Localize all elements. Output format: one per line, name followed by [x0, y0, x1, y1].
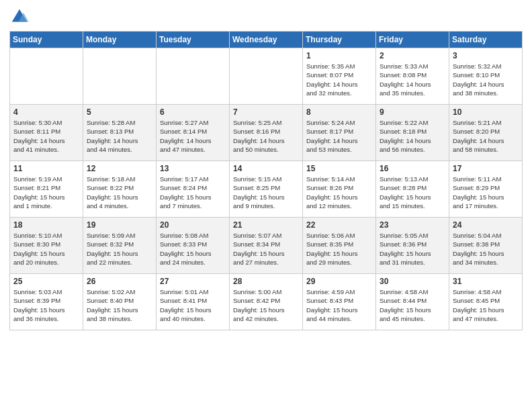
day-info: Sunrise: 5:06 AM Sunset: 8:35 PM Dayligh… — [306, 231, 372, 267]
calendar-cell: 30Sunrise: 4:58 AM Sunset: 8:44 PM Dayli… — [376, 274, 449, 330]
day-info: Sunrise: 5:15 AM Sunset: 8:25 PM Dayligh… — [233, 175, 299, 210]
calendar-cell: 8Sunrise: 5:24 AM Sunset: 8:17 PM Daylig… — [303, 105, 376, 161]
calendar-cell: 10Sunrise: 5:21 AM Sunset: 8:20 PM Dayli… — [449, 105, 523, 161]
day-number: 20 — [160, 220, 226, 230]
calendar-cell: 27Sunrise: 5:01 AM Sunset: 8:41 PM Dayli… — [157, 274, 230, 330]
calendar-cell: 13Sunrise: 5:17 AM Sunset: 8:24 PM Dayli… — [157, 161, 230, 218]
calendar-cell — [10, 48, 83, 105]
calendar-table: Sunday Monday Tuesday Wednesday Thursday… — [9, 31, 523, 330]
day-info: Sunrise: 5:10 AM Sunset: 8:30 PM Dayligh… — [13, 231, 79, 267]
calendar-cell: 26Sunrise: 5:02 AM Sunset: 8:40 PM Dayli… — [83, 274, 157, 330]
day-info: Sunrise: 5:27 AM Sunset: 8:14 PM Dayligh… — [160, 118, 226, 154]
day-info: Sunrise: 5:11 AM Sunset: 8:29 PM Dayligh… — [453, 175, 519, 210]
day-number: 16 — [380, 164, 445, 173]
calendar-cell: 28Sunrise: 5:00 AM Sunset: 8:42 PM Dayli… — [230, 274, 303, 330]
week-row-1: 4Sunrise: 5:30 AM Sunset: 8:11 PM Daylig… — [10, 105, 523, 161]
day-number: 5 — [87, 107, 152, 117]
day-number: 4 — [13, 107, 79, 117]
day-info: Sunrise: 5:02 AM Sunset: 8:40 PM Dayligh… — [87, 287, 152, 323]
calendar-cell: 15Sunrise: 5:14 AM Sunset: 8:26 PM Dayli… — [303, 161, 376, 218]
day-info: Sunrise: 4:59 AM Sunset: 8:43 PM Dayligh… — [306, 287, 372, 323]
day-number: 17 — [453, 164, 519, 173]
day-number: 21 — [233, 220, 299, 230]
day-number: 3 — [453, 51, 519, 60]
calendar-cell: 1Sunrise: 5:35 AM Sunset: 8:07 PM Daylig… — [303, 48, 376, 105]
th-saturday: Saturday — [449, 32, 523, 48]
day-info: Sunrise: 4:58 AM Sunset: 8:45 PM Dayligh… — [453, 287, 519, 323]
day-number: 19 — [87, 220, 152, 230]
calendar-cell: 20Sunrise: 5:08 AM Sunset: 8:33 PM Dayli… — [157, 218, 230, 274]
day-number: 18 — [13, 220, 79, 230]
week-row-4: 25Sunrise: 5:03 AM Sunset: 8:39 PM Dayli… — [10, 274, 523, 330]
day-info: Sunrise: 5:33 AM Sunset: 8:08 PM Dayligh… — [380, 62, 445, 97]
calendar-cell — [230, 48, 303, 105]
day-number: 2 — [380, 51, 445, 60]
week-row-0: 1Sunrise: 5:35 AM Sunset: 8:07 PM Daylig… — [10, 48, 523, 105]
th-wednesday: Wednesday — [230, 32, 303, 48]
day-info: Sunrise: 5:08 AM Sunset: 8:33 PM Dayligh… — [160, 231, 226, 267]
th-sunday: Sunday — [10, 32, 83, 48]
day-info: Sunrise: 4:58 AM Sunset: 8:44 PM Dayligh… — [380, 287, 445, 323]
day-number: 30 — [380, 277, 445, 286]
page: Sunday Monday Tuesday Wednesday Thursday… — [0, 0, 532, 411]
day-info: Sunrise: 5:13 AM Sunset: 8:28 PM Dayligh… — [380, 175, 445, 210]
day-number: 23 — [380, 220, 445, 230]
day-number: 22 — [306, 220, 372, 230]
day-info: Sunrise: 5:01 AM Sunset: 8:41 PM Dayligh… — [160, 287, 226, 323]
calendar-cell: 14Sunrise: 5:15 AM Sunset: 8:25 PM Dayli… — [230, 161, 303, 218]
calendar-cell — [83, 48, 157, 105]
day-info: Sunrise: 5:17 AM Sunset: 8:24 PM Dayligh… — [160, 175, 226, 210]
day-number: 12 — [87, 164, 152, 173]
day-number: 24 — [453, 220, 519, 230]
day-info: Sunrise: 5:05 AM Sunset: 8:36 PM Dayligh… — [380, 231, 445, 267]
day-number: 31 — [453, 277, 519, 286]
week-row-2: 11Sunrise: 5:19 AM Sunset: 8:21 PM Dayli… — [10, 161, 523, 218]
day-number: 7 — [233, 107, 299, 117]
header — [9, 7, 523, 27]
week-row-3: 18Sunrise: 5:10 AM Sunset: 8:30 PM Dayli… — [10, 218, 523, 274]
th-monday: Monday — [83, 32, 157, 48]
calendar-cell: 18Sunrise: 5:10 AM Sunset: 8:30 PM Dayli… — [10, 218, 83, 274]
calendar-cell: 19Sunrise: 5:09 AM Sunset: 8:32 PM Dayli… — [83, 218, 157, 274]
calendar-cell: 11Sunrise: 5:19 AM Sunset: 8:21 PM Dayli… — [10, 161, 83, 218]
day-number: 27 — [160, 277, 226, 286]
day-number: 26 — [87, 277, 152, 286]
calendar-cell: 5Sunrise: 5:28 AM Sunset: 8:13 PM Daylig… — [83, 105, 157, 161]
calendar-cell: 29Sunrise: 4:59 AM Sunset: 8:43 PM Dayli… — [303, 274, 376, 330]
calendar-cell: 22Sunrise: 5:06 AM Sunset: 8:35 PM Dayli… — [303, 218, 376, 274]
day-info: Sunrise: 5:07 AM Sunset: 8:34 PM Dayligh… — [233, 231, 299, 267]
header-row: Sunday Monday Tuesday Wednesday Thursday… — [10, 32, 523, 48]
day-number: 10 — [453, 107, 519, 117]
day-number: 13 — [160, 164, 226, 173]
calendar-cell: 2Sunrise: 5:33 AM Sunset: 8:08 PM Daylig… — [376, 48, 449, 105]
day-number: 14 — [233, 164, 299, 173]
calendar-cell: 24Sunrise: 5:04 AM Sunset: 8:38 PM Dayli… — [449, 218, 523, 274]
day-number: 9 — [380, 107, 445, 117]
day-info: Sunrise: 5:04 AM Sunset: 8:38 PM Dayligh… — [453, 231, 519, 267]
calendar-cell: 21Sunrise: 5:07 AM Sunset: 8:34 PM Dayli… — [230, 218, 303, 274]
day-number: 28 — [233, 277, 299, 286]
calendar-cell: 31Sunrise: 4:58 AM Sunset: 8:45 PM Dayli… — [449, 274, 523, 330]
day-info: Sunrise: 5:30 AM Sunset: 8:11 PM Dayligh… — [13, 118, 79, 154]
day-info: Sunrise: 5:22 AM Sunset: 8:18 PM Dayligh… — [380, 118, 445, 154]
calendar-cell: 12Sunrise: 5:18 AM Sunset: 8:22 PM Dayli… — [83, 161, 157, 218]
day-info: Sunrise: 5:09 AM Sunset: 8:32 PM Dayligh… — [87, 231, 152, 267]
day-info: Sunrise: 5:24 AM Sunset: 8:17 PM Dayligh… — [306, 118, 372, 154]
day-number: 6 — [160, 107, 226, 117]
calendar-body: 1Sunrise: 5:35 AM Sunset: 8:07 PM Daylig… — [10, 48, 523, 330]
day-number: 11 — [13, 164, 79, 173]
day-number: 15 — [306, 164, 372, 173]
day-info: Sunrise: 5:21 AM Sunset: 8:20 PM Dayligh… — [453, 118, 519, 154]
day-info: Sunrise: 5:19 AM Sunset: 8:21 PM Dayligh… — [13, 175, 79, 210]
calendar-cell: 17Sunrise: 5:11 AM Sunset: 8:29 PM Dayli… — [449, 161, 523, 218]
day-number: 29 — [306, 277, 372, 286]
day-number: 8 — [306, 107, 372, 117]
logo-icon — [9, 7, 30, 27]
th-friday: Friday — [376, 32, 449, 48]
day-info: Sunrise: 5:35 AM Sunset: 8:07 PM Dayligh… — [306, 62, 372, 97]
calendar-cell: 6Sunrise: 5:27 AM Sunset: 8:14 PM Daylig… — [157, 105, 230, 161]
day-info: Sunrise: 5:03 AM Sunset: 8:39 PM Dayligh… — [13, 287, 79, 323]
day-info: Sunrise: 5:32 AM Sunset: 8:10 PM Dayligh… — [453, 62, 519, 97]
day-info: Sunrise: 5:00 AM Sunset: 8:42 PM Dayligh… — [233, 287, 299, 323]
day-info: Sunrise: 5:18 AM Sunset: 8:22 PM Dayligh… — [87, 175, 152, 210]
